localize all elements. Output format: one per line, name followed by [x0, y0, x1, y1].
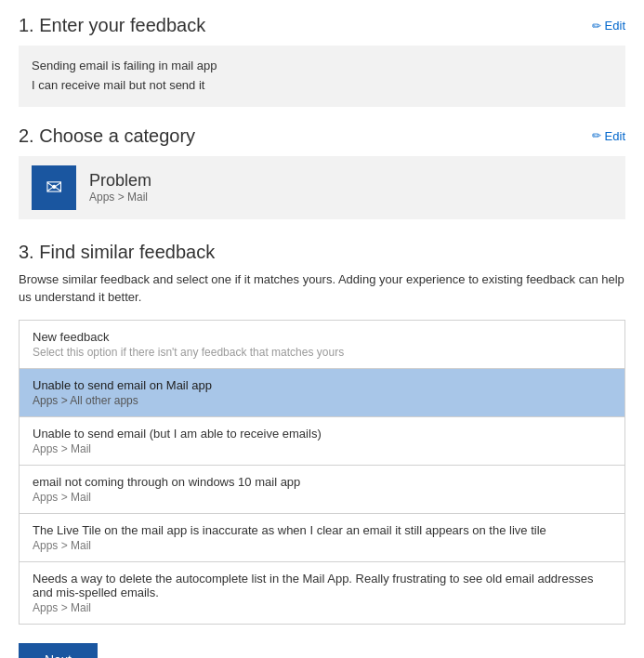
step1-edit-icon: ✏ [592, 20, 601, 33]
feedback-item-title: email not coming through on windows 10 m… [33, 475, 611, 489]
feedback-list-item[interactable]: Needs a way to delete the autocomplete l… [20, 562, 624, 624]
step1-edit-label: Edit [605, 19, 625, 33]
feedback-item-title: The Live Tile on the mail app is inaccur… [33, 523, 611, 537]
step3-description: Browse similar feedback and select one i… [19, 270, 625, 307]
category-path: Apps > Mail [89, 191, 151, 204]
feedback-line-1: Sending email is failing in mail app [32, 57, 612, 76]
feedback-item-title: Unable to send email (but I am able to r… [33, 427, 611, 441]
category-box: ✉ Problem Apps > Mail [19, 156, 625, 219]
step2-edit-button[interactable]: ✏ Edit [592, 129, 625, 143]
category-name: Problem [89, 171, 151, 191]
category-info: Problem Apps > Mail [89, 171, 151, 204]
category-icon-box: ✉ [32, 165, 76, 210]
feedback-item-sub: Apps > Mail [33, 539, 611, 552]
feedback-item-title: Needs a way to delete the autocomplete l… [33, 572, 611, 599]
new-feedback-sub: Select this option if there isn't any fe… [33, 346, 611, 359]
envelope-icon: ✉ [46, 176, 62, 200]
feedback-list-wrapper: New feedback Select this option if there… [19, 320, 625, 625]
feedback-item-sub: Apps > Mail [33, 601, 611, 614]
feedback-list-item[interactable]: The Live Tile on the mail app is inaccur… [20, 514, 624, 562]
step1-title: 1. Enter your feedback [19, 15, 205, 36]
feedback-list-item[interactable]: Unable to send email on Mail app Apps > … [20, 369, 624, 417]
feedback-text-box: Sending email is failing in mail app I c… [19, 46, 625, 107]
step3-section: 3. Find similar feedback Browse similar … [19, 242, 625, 625]
feedback-line-2: I can receive mail but not send it [32, 76, 612, 96]
step1-edit-button[interactable]: ✏ Edit [592, 19, 625, 33]
feedback-item-title: Unable to send email on Mail app [33, 378, 611, 392]
step1-header: 1. Enter your feedback ✏ Edit [19, 15, 625, 36]
next-button[interactable]: Next [19, 643, 98, 658]
step2-header: 2. Choose a category ✏ Edit [19, 125, 625, 147]
feedback-item-sub: Apps > All other apps [33, 394, 611, 407]
step3-title: 3. Find similar feedback [19, 242, 625, 263]
feedback-list-item[interactable]: email not coming through on windows 10 m… [20, 466, 624, 514]
step2-edit-icon: ✏ [592, 129, 601, 142]
feedback-list-item[interactable]: New feedback Select this option if there… [20, 321, 624, 369]
new-feedback-title: New feedback [33, 330, 611, 344]
feedback-item-sub: Apps > Mail [33, 491, 611, 504]
step2-edit-label: Edit [605, 129, 625, 143]
step2-title: 2. Choose a category [19, 125, 195, 147]
feedback-item-sub: Apps > Mail [33, 442, 611, 455]
feedback-list: New feedback Select this option if there… [19, 320, 625, 625]
feedback-list-item[interactable]: Unable to send email (but I am able to r… [20, 417, 624, 466]
